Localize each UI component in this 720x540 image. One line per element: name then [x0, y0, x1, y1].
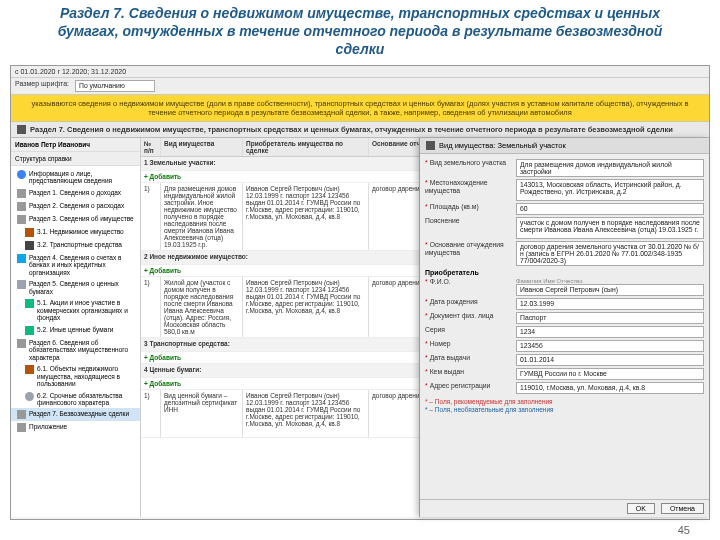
doc-icon	[17, 423, 26, 432]
issue-date-label: Дата выдачи	[425, 354, 511, 362]
sidebar-item-label: Раздел 4. Сведения о счетах в банках и и…	[29, 254, 137, 276]
issue-date-input[interactable]: 01.01.2014	[516, 354, 704, 366]
sidebar-item-s2[interactable]: Раздел 2. Сведения о расходах	[11, 200, 140, 213]
doc-label: Документ физ. лица	[425, 312, 511, 320]
sidebar: Иванов Петр Иванович Структура справки И…	[11, 138, 141, 517]
modal-title: Вид имущества: Земельный участок	[439, 141, 566, 150]
square-icon	[25, 299, 34, 308]
application-window: с 01.01.2020 г 12.2020; 31.12.2020 Разме…	[10, 65, 710, 520]
sidebar-item-label: 6.1. Объекты недвижимого имущества, нахо…	[37, 365, 137, 387]
th-vid: Вид имущества	[161, 138, 243, 156]
cancel-button[interactable]: Отмена	[661, 503, 704, 514]
osn-label: Основание отчуждения имущества	[425, 241, 511, 257]
legend-required: * – Поля, рекомендуемые для заполнения	[425, 398, 704, 406]
sidebar-item-s31[interactable]: 3.1. Недвижимое имущество	[11, 226, 140, 239]
sidebar-item-appendix[interactable]: Приложение	[11, 421, 140, 434]
sidebar-item-s61[interactable]: 6.1. Объекты недвижимого имущества, нахо…	[11, 363, 140, 389]
sidebar-tree: Информация о лице, представляющем сведен…	[11, 166, 140, 436]
note-label: Пояснение	[425, 217, 511, 225]
sidebar-item-label: 3.2. Транспортные средства	[37, 241, 122, 248]
square-icon	[25, 326, 34, 335]
cell-vid: Для размещения домов индивидуальной жило…	[161, 183, 243, 250]
legend: * – Поля, рекомендуемые для заполнения *…	[425, 398, 704, 415]
sidebar-item-label: 5.2. Иные ценные бумаги	[37, 326, 113, 333]
sidebar-person: Иванов Петр Иванович	[11, 138, 140, 152]
sidebar-item-info[interactable]: Информация о лице, представляющем сведен…	[11, 168, 140, 187]
main-area: Иванов Петр Иванович Структура справки И…	[11, 138, 709, 517]
sidebar-item-s4[interactable]: Раздел 4. Сведения о счетах в банках и и…	[11, 252, 140, 278]
sidebar-item-label: Раздел 5. Сведения о ценных бумагах	[29, 280, 137, 295]
area-label: Площадь (кв.м)	[425, 203, 511, 211]
modal-title-bar: Вид имущества: Земельный участок	[420, 138, 709, 154]
sidebar-item-s5[interactable]: Раздел 5. Сведения о ценных бумагах	[11, 278, 140, 297]
sidebar-structure-label: Структура справки	[11, 152, 140, 166]
osn-textarea[interactable]: договор дарения земельного участка от 30…	[516, 241, 704, 266]
cell-num: 1)	[141, 277, 161, 337]
doc-select[interactable]: Паспорт	[516, 312, 704, 324]
section-icon	[17, 125, 26, 134]
cell-acq: Иванов Сергей Петрович (сын) 12.03.1999 …	[243, 183, 369, 250]
sidebar-item-label: Раздел 3. Сведения об имуществе	[29, 215, 134, 222]
house-icon	[25, 365, 34, 374]
sidebar-item-label: Информация о лице, представляющем сведен…	[29, 170, 137, 185]
bank-icon	[17, 254, 26, 263]
area-input[interactable]: 60	[516, 203, 704, 215]
sidebar-item-s7[interactable]: Раздел 7. Безвозмездные сделки	[11, 408, 140, 421]
sidebar-item-s52[interactable]: 5.2. Иные ценные бумаги	[11, 324, 140, 337]
modal-body: Вид земельного участкаДля размещения дом…	[420, 154, 709, 499]
issuer-input[interactable]: ГУМВД России по г. Москве	[516, 368, 704, 380]
num-label: Номер	[425, 340, 511, 348]
sidebar-item-s62[interactable]: 6.2. Срочные обязательства финансового х…	[11, 390, 140, 409]
paper-icon	[17, 280, 26, 289]
doc-icon	[17, 410, 26, 419]
sidebar-item-label: Приложение	[29, 423, 67, 430]
ok-button[interactable]: OK	[627, 503, 655, 514]
sidebar-item-label: Раздел 7. Безвозмездные сделки	[29, 410, 129, 417]
sidebar-item-s1[interactable]: Раздел 1. Сведения о доходах	[11, 187, 140, 200]
cell-num: 1)	[141, 183, 161, 250]
doc-icon	[17, 339, 26, 348]
location-input[interactable]: 143013, Московская область, Истринский р…	[516, 179, 704, 201]
section-title: Раздел 7. Сведения о недвижимом имуществ…	[30, 125, 673, 134]
sidebar-item-s51[interactable]: 5.1. Акции и иное участие в коммерческих…	[11, 297, 140, 323]
doc-icon	[17, 189, 26, 198]
car-icon	[25, 241, 34, 250]
fio-input[interactable]: Иванов Сергей Петрович (сын)	[516, 284, 704, 296]
land-type-select[interactable]: Для размещения домов индивидуальной жило…	[516, 159, 704, 177]
sidebar-item-s32[interactable]: 3.2. Транспортные средства	[11, 239, 140, 252]
sidebar-item-s6[interactable]: Раздел 6. Сведения об обязательствах иму…	[11, 337, 140, 363]
info-banner: указываются сведения о недвижимом имущес…	[11, 95, 709, 122]
doc-icon	[17, 215, 26, 224]
cell-vid: Вид ценной бумаги – депозитный сертифика…	[161, 390, 243, 437]
sidebar-item-s3[interactable]: Раздел 3. Сведения об имуществе	[11, 213, 140, 226]
edit-modal: Вид имущества: Земельный участок Вид зем…	[419, 138, 709, 517]
acquirer-header: Приобретатель	[425, 269, 704, 276]
note-textarea[interactable]: участок с домом получен в порядке наслед…	[516, 217, 704, 239]
sidebar-item-label: 6.2. Срочные обязательства финансового х…	[37, 392, 137, 407]
section-header: Раздел 7. Сведения о недвижимом имуществ…	[11, 122, 709, 138]
font-toolbar: Размер шрифта: По умолчанию	[11, 78, 709, 95]
sidebar-item-label: Раздел 1. Сведения о доходах	[29, 189, 121, 196]
cell-num: 1)	[141, 390, 161, 437]
series-label: Серия	[425, 326, 511, 334]
font-label: Размер шрифта:	[15, 80, 69, 92]
doc-icon	[17, 202, 26, 211]
sidebar-item-label: 3.1. Недвижимое имущество	[37, 228, 124, 235]
addr-label: Адрес регистрации	[425, 382, 511, 390]
sidebar-item-label: Раздел 2. Сведения о расходах	[29, 202, 124, 209]
modal-icon	[426, 141, 435, 150]
fio-label: Ф.И.О.	[425, 278, 511, 286]
modal-footer: OK Отмена	[420, 499, 709, 517]
font-size-select[interactable]: По умолчанию	[75, 80, 155, 92]
th-acq: Приобретатель имущества по сделке	[243, 138, 369, 156]
series-input[interactable]: 1234	[516, 326, 704, 338]
cell-acq: Иванов Сергей Петрович (сын) 12.03.1999 …	[243, 390, 369, 437]
dob-label: Дата рождения	[425, 298, 511, 306]
sidebar-item-label: 5.1. Акции и иное участие в коммерческих…	[37, 299, 137, 321]
dob-input[interactable]: 12.03.1999	[516, 298, 704, 310]
addr-input[interactable]: 119010, г.Москва, ул. Моховая, д.4, кв.8	[516, 382, 704, 394]
num-input[interactable]: 123456	[516, 340, 704, 352]
th-num: № п/п	[141, 138, 161, 156]
info-icon	[17, 170, 26, 179]
window-period: с 01.01.2020 г 12.2020; 31.12.2020	[11, 66, 709, 78]
